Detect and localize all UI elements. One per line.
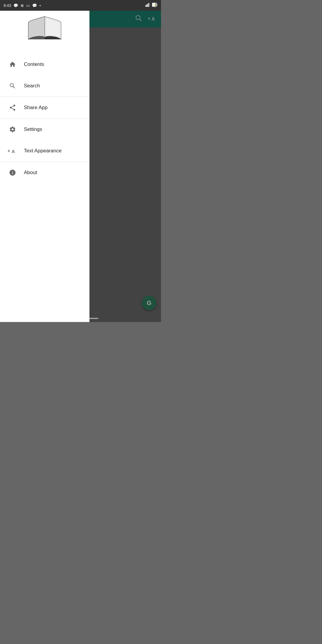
status-bar-right: ⚡ bbox=[145, 3, 157, 8]
status-time: 9:43 bbox=[4, 3, 11, 8]
svg-rect-0 bbox=[145, 5, 146, 7]
settings-icon bbox=[7, 126, 18, 133]
svg-rect-1 bbox=[147, 4, 148, 7]
menu-item-about[interactable]: About bbox=[0, 162, 89, 183]
svg-rect-3 bbox=[149, 3, 150, 7]
text-appearance-menu-icon: A A bbox=[7, 147, 18, 154]
status-bar: 9:43 💬 ⊕ ▭ 💬 ● ⚡ bbox=[0, 0, 161, 11]
svg-text:⚡: ⚡ bbox=[153, 4, 156, 6]
share-app-label: Share App bbox=[24, 105, 47, 111]
home-icon bbox=[7, 61, 18, 68]
notif-icon-2: ⊕ bbox=[21, 3, 24, 8]
svg-rect-2 bbox=[148, 3, 149, 7]
menu-item-contents[interactable]: Contents bbox=[0, 54, 89, 75]
app-logo bbox=[25, 12, 64, 42]
svg-text:A: A bbox=[12, 149, 15, 154]
drawer-overlay[interactable] bbox=[89, 0, 161, 322]
menu-item-share-app[interactable]: Share App bbox=[0, 97, 89, 118]
notif-icon-3: ▭ bbox=[26, 3, 30, 8]
drawer-menu: Contents Search Share App bbox=[0, 54, 89, 322]
signal-icon bbox=[145, 3, 150, 8]
menu-item-text-appearance[interactable]: A A Text Appearance bbox=[0, 140, 89, 162]
svg-text:A: A bbox=[8, 149, 10, 153]
info-icon bbox=[7, 169, 18, 176]
settings-label: Settings bbox=[24, 126, 42, 132]
about-label: About bbox=[24, 170, 37, 176]
search-menu-icon bbox=[7, 82, 18, 89]
menu-item-settings[interactable]: Settings bbox=[0, 119, 89, 140]
svg-rect-6 bbox=[157, 4, 157, 6]
notif-dot: ● bbox=[39, 4, 41, 7]
search-label: Search bbox=[24, 83, 40, 89]
notif-icon-4: 💬 bbox=[32, 3, 37, 8]
notif-icon-1: 💬 bbox=[13, 3, 18, 8]
battery-icon: ⚡ bbox=[152, 3, 157, 8]
contents-label: Contents bbox=[24, 61, 44, 67]
bottom-nav-indicator bbox=[63, 318, 98, 319]
share-icon bbox=[7, 104, 18, 111]
navigation-drawer: Contents Search Share App bbox=[0, 0, 89, 322]
status-bar-left: 9:43 💬 ⊕ ▭ 💬 ● bbox=[4, 3, 41, 8]
menu-item-search[interactable]: Search bbox=[0, 75, 89, 97]
text-appearance-label: Text Appearance bbox=[24, 148, 62, 154]
